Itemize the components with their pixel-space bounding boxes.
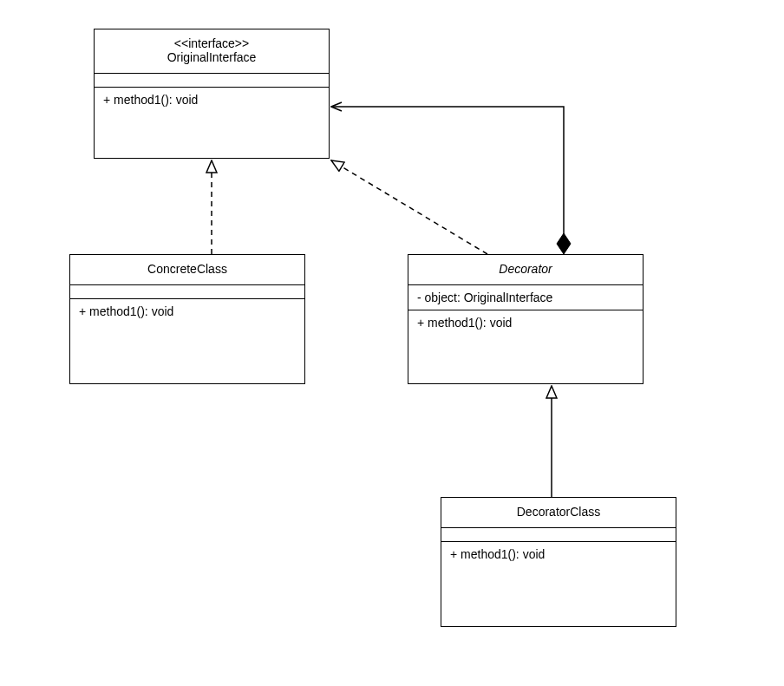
operations-compartment: + method1(): void: [70, 298, 304, 383]
class-decorator: Decorator - object: OriginalInterface + …: [408, 254, 644, 384]
attributes-compartment: - object: OriginalInterface: [408, 284, 643, 310]
class-title: DecoratorClass: [441, 498, 676, 527]
class-name-label: DecoratorClass: [450, 505, 667, 519]
class-concrete-class: ConcreteClass + method1(): void: [69, 254, 305, 384]
class-decorator-class: DecoratorClass + method1(): void: [441, 497, 676, 627]
edge-decorator-composes-interface: [331, 107, 571, 254]
uml-diagram: <<interface>> OriginalInterface + method…: [0, 0, 784, 686]
operations-compartment: + method1(): void: [95, 87, 329, 158]
class-name-label: Decorator: [417, 262, 634, 276]
class-title: <<interface>> OriginalInterface: [95, 29, 329, 73]
edge-decorator-realizes-interface: [331, 160, 487, 254]
operations-compartment: + method1(): void: [441, 541, 676, 626]
class-original-interface: <<interface>> OriginalInterface + method…: [94, 29, 330, 159]
class-title: ConcreteClass: [70, 255, 304, 284]
class-title: Decorator: [408, 255, 643, 284]
attributes-compartment: [70, 284, 304, 298]
attributes-compartment: [95, 73, 329, 87]
attributes-compartment: [441, 527, 676, 541]
class-name-label: ConcreteClass: [79, 262, 296, 276]
operations-compartment: + method1(): void: [408, 310, 643, 383]
class-name-label: OriginalInterface: [103, 50, 320, 64]
stereotype-label: <<interface>>: [103, 36, 320, 50]
